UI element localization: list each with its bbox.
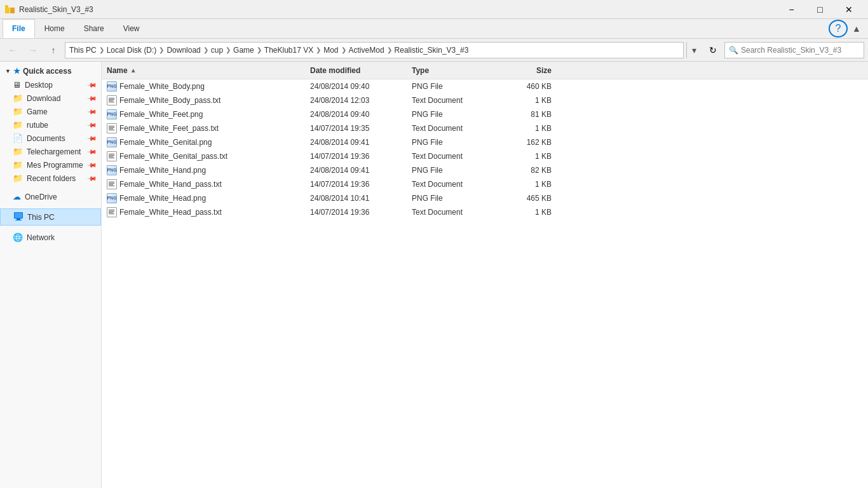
file-type: PNG File — [412, 110, 501, 119]
path-sep-4: ❯ — [226, 46, 231, 53]
telechargement-label: Telechargement — [27, 147, 81, 156]
sidebar-item-network[interactable]: 🌐 Network — [0, 231, 101, 244]
path-download[interactable]: Download — [166, 46, 200, 55]
sidebar-item-game[interactable]: 📁 Game 📌 — [0, 105, 101, 118]
minimize-button[interactable]: − — [777, 0, 806, 19]
tab-view[interactable]: View — [114, 19, 149, 38]
txt-icon — [107, 95, 117, 105]
search-icon: 🔍 — [729, 46, 738, 55]
path-game[interactable]: Game — [233, 46, 254, 55]
file-size: 1 KB — [501, 152, 552, 161]
path-sep-1: ❯ — [99, 46, 104, 53]
tab-home[interactable]: Home — [35, 19, 74, 38]
file-size: 162 KB — [501, 138, 552, 147]
table-row[interactable]: Female_White_Feet_pass.txt 14/07/2014 19… — [102, 121, 868, 135]
file-name: Female_White_Feet_pass.txt — [119, 124, 310, 133]
sidebar-sep-1 — [0, 185, 101, 190]
onedrive-icon: ☁ — [13, 192, 21, 201]
sidebar-item-download[interactable]: 📁 Download 📌 — [0, 92, 101, 105]
table-row[interactable]: Female_White_Head_pass.txt 14/07/2014 19… — [102, 205, 868, 219]
address-dropdown-button[interactable]: ▾ — [686, 42, 702, 58]
column-type[interactable]: Type — [412, 66, 501, 75]
game-label: Game — [27, 107, 48, 116]
telechargement-icon: 📁 — [13, 147, 23, 156]
file-date: 24/08/2014 09:41 — [310, 166, 412, 175]
sidebar-item-thispc[interactable]: This PC — [0, 208, 101, 226]
file-type: PNG File — [412, 82, 501, 91]
ribbon-collapse-button[interactable]: ▲ — [848, 20, 865, 37]
table-row[interactable]: PNG Female_White_Genital.png 24/08/2014 … — [102, 135, 868, 149]
column-name[interactable]: Name ▲ — [107, 66, 310, 75]
file-date: 24/08/2014 09:40 — [310, 110, 412, 119]
txt-icon — [107, 179, 117, 189]
address-path[interactable]: This PC ❯ Local Disk (D:) ❯ Download ❯ c… — [65, 42, 684, 58]
file-size: 82 KB — [501, 166, 552, 175]
pin-icon-recentfolders: 📌 — [87, 173, 97, 183]
close-button[interactable]: ✕ — [834, 0, 863, 19]
pin-icon-download: 📌 — [87, 93, 97, 103]
sidebar-item-onedrive[interactable]: ☁ OneDrive — [0, 190, 101, 203]
sidebar-item-mesprogramme[interactable]: 📁 Mes Programme 📌 — [0, 158, 101, 172]
quick-access-star-icon: ★ — [13, 67, 20, 76]
sidebar-item-telechargement[interactable]: 📁 Telechargement 📌 — [0, 145, 101, 158]
forward-button[interactable]: → — [24, 41, 42, 59]
file-name: Female_White_Hand.png — [119, 166, 310, 175]
file-name: Female_White_Body_pass.txt — [119, 96, 310, 105]
column-date[interactable]: Date modified — [310, 66, 412, 75]
refresh-button[interactable]: ↻ — [704, 41, 722, 59]
file-name: Female_White_Feet.png — [119, 110, 310, 119]
table-row[interactable]: PNG Female_White_Hand.png 24/08/2014 09:… — [102, 163, 868, 177]
table-row[interactable]: Female_White_Hand_pass.txt 14/07/2014 19… — [102, 177, 868, 191]
network-label: Network — [27, 233, 55, 242]
back-button[interactable]: ← — [4, 41, 22, 59]
search-box[interactable]: 🔍 — [724, 42, 864, 58]
file-date: 24/08/2014 09:40 — [310, 82, 412, 91]
rutube-folder-icon: 📁 — [13, 120, 23, 130]
maximize-button[interactable]: □ — [806, 0, 834, 19]
onedrive-label: OneDrive — [25, 193, 57, 201]
file-name: Female_White_Head.png — [119, 194, 310, 203]
search-input[interactable] — [741, 46, 860, 55]
sidebar-item-rutube[interactable]: 📁 rutube 📌 — [0, 118, 101, 132]
path-theklub[interactable]: TheKlub17 VX — [264, 46, 313, 55]
file-type: Text Document — [412, 124, 501, 133]
quick-access-header[interactable]: ▼ ★ Quick access — [0, 64, 101, 78]
title-bar-left: Realistic_Skin_V3_#3 — [5, 4, 93, 15]
up-button[interactable]: ↑ — [44, 41, 62, 59]
path-activemod[interactable]: ActiveMod — [349, 46, 384, 55]
path-cup[interactable]: cup — [211, 46, 223, 55]
table-row[interactable]: PNG Female_White_Body.png 24/08/2014 09:… — [102, 79, 868, 93]
file-name: Female_White_Genital.png — [119, 138, 310, 147]
help-button[interactable]: ? — [829, 20, 848, 37]
quick-access-label: Quick access — [23, 67, 72, 76]
file-type: Text Document — [412, 180, 501, 189]
tab-file[interactable]: File — [3, 19, 35, 38]
table-row[interactable]: Female_White_Genital_pass.txt 14/07/2014… — [102, 149, 868, 163]
table-row[interactable]: PNG Female_White_Feet.png 24/08/2014 09:… — [102, 107, 868, 121]
path-sep-6: ❯ — [316, 46, 321, 53]
path-mod[interactable]: Mod — [323, 46, 338, 55]
file-size: 460 KB — [501, 82, 552, 91]
mesprogramme-icon: 📁 — [13, 160, 23, 170]
mesprogramme-label: Mes Programme — [27, 161, 83, 170]
table-row[interactable]: PNG Female_White_Head.png 24/08/2014 10:… — [102, 191, 868, 205]
tab-share[interactable]: Share — [74, 19, 114, 38]
game-folder-icon: 📁 — [13, 107, 23, 116]
sidebar-item-recentfolders[interactable]: 📁 Recent folders 📌 — [0, 172, 101, 185]
sidebar-item-desktop[interactable]: 🖥 Desktop 📌 — [0, 78, 101, 92]
table-row[interactable]: Female_White_Body_pass.txt 24/08/2014 12… — [102, 93, 868, 107]
path-sep-5: ❯ — [257, 46, 262, 53]
file-type: PNG File — [412, 138, 501, 147]
file-size: 1 KB — [501, 180, 552, 189]
file-area: Name ▲ Date modified Type Size PNG Femal… — [102, 62, 868, 488]
path-realistic[interactable]: Realistic_Skin_V3_#3 — [395, 46, 469, 55]
file-size: 1 KB — [501, 96, 552, 105]
path-local-disk[interactable]: Local Disk (D:) — [107, 46, 157, 55]
main-layout: ▼ ★ Quick access 🖥 Desktop 📌 📁 Download … — [0, 62, 868, 488]
documents-label: Documents — [27, 134, 65, 143]
column-size[interactable]: Size — [501, 66, 552, 75]
path-this-pc[interactable]: This PC — [69, 46, 97, 55]
sidebar-item-documents[interactable]: 📄 Documents 📌 — [0, 132, 101, 145]
svg-rect-3 — [5, 8, 10, 13]
png-icon: PNG — [107, 109, 117, 119]
